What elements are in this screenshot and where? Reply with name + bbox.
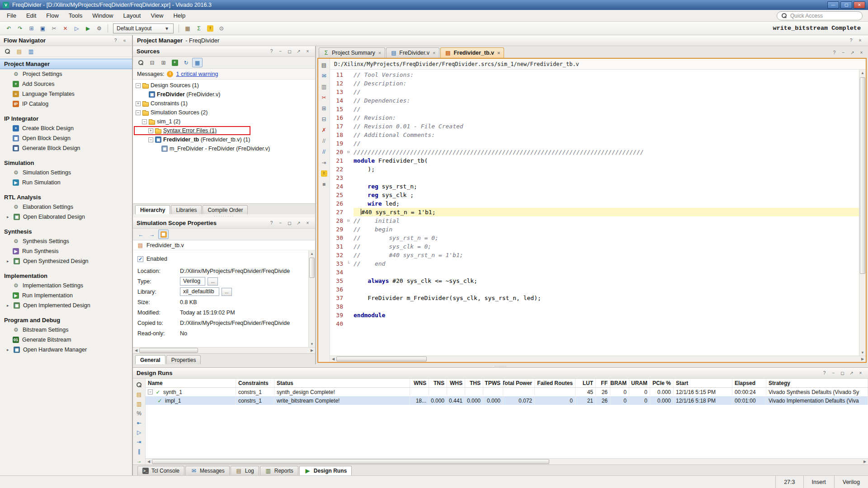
code-line-23[interactable]: 23	[330, 174, 859, 182]
close-tab-icon[interactable]: ×	[378, 50, 381, 56]
close-button[interactable]: ×	[304, 48, 311, 55]
browse-button[interactable]: ...	[222, 288, 232, 296]
bottom-tab-log[interactable]: ▤Log	[231, 466, 259, 475]
editor-tab-project-summary[interactable]: ΣProject Summary×	[319, 47, 385, 58]
copy-icon[interactable]: ⊞	[320, 104, 329, 112]
document-icon[interactable]: ▤	[320, 61, 329, 69]
column-ff[interactable]: FF	[596, 379, 610, 387]
editor-vertical-scrollbar[interactable]: ▲ ▼	[859, 70, 866, 356]
flow-item-open-synthesized-design[interactable]: ▸▣Open Synthesized Design	[0, 256, 132, 266]
code-line-16[interactable]: 16// Revision:	[330, 113, 859, 122]
column-elapsed[interactable]: Elapsed	[732, 379, 766, 387]
column-constraints[interactable]: Constraints	[236, 379, 274, 387]
flow-item-bitstream-settings[interactable]: ⚙Bitstream Settings	[0, 325, 132, 335]
delete-icon[interactable]: ✕	[60, 23, 71, 33]
max-button[interactable]: ↗	[848, 370, 855, 376]
code-line-17[interactable]: 17// Revision 0.01 - File Created	[330, 122, 859, 131]
pause-icon[interactable]: ∥	[134, 448, 144, 455]
property-input[interactable]: Verilog	[180, 277, 205, 286]
back-icon[interactable]: ←	[136, 230, 146, 239]
first-icon[interactable]: ⇤	[134, 419, 144, 426]
column-ths[interactable]: THS	[465, 379, 483, 387]
properties-vertical-scrollbar[interactable]: ▲ ▼	[308, 250, 315, 347]
column-pcie[interactable]: PCIe %	[650, 379, 674, 387]
code-line-38[interactable]: 38	[330, 302, 859, 311]
tree-item-design-sources-1[interactable]: −Design Sources (1)	[133, 81, 315, 90]
bottom-tab-design-runs[interactable]: ▶Design Runs	[299, 466, 352, 475]
scroll-left-icon[interactable]: ◀	[146, 459, 152, 465]
code-line-35[interactable]: 35 always #20 sys_clk <= ~sys_clk;	[330, 277, 859, 285]
code-line-11[interactable]: 11// Tool Versions:	[330, 70, 859, 79]
column-bram[interactable]: BRAM	[610, 379, 629, 387]
bottom-tab-messages[interactable]: ✉Messages	[185, 466, 230, 475]
flow-item-open-implemented-design[interactable]: ▸▣Open Implemented Design	[0, 300, 132, 310]
editor-horizontal-scrollbar[interactable]: ◀ ▶	[330, 356, 866, 362]
last-icon[interactable]: ⇥	[134, 439, 144, 446]
flow-item-generate-block-design[interactable]: ▦Generate Block Design	[0, 143, 132, 153]
property-input[interactable]: xil_defaultlib	[180, 287, 219, 296]
max-button[interactable]: ↗	[295, 220, 302, 226]
flow-item-open-hardware-manager[interactable]: ▸▦Open Hardware Manager	[0, 345, 132, 355]
dashboard-icon[interactable]: ▦	[182, 23, 193, 33]
run-icon[interactable]: ▶	[83, 23, 93, 33]
column-wns[interactable]: WNS	[410, 379, 429, 387]
help-button[interactable]: ?	[268, 220, 275, 226]
bottom-tab-reports[interactable]: ▥Reports	[260, 466, 298, 475]
redo-icon[interactable]: ↷	[15, 23, 25, 33]
flow-item-project-settings[interactable]: ⚙Project Settings	[0, 69, 132, 79]
scroll-right-icon[interactable]: ▶	[862, 459, 868, 465]
flow-item-create-block-design[interactable]: +Create Block Design	[0, 123, 132, 133]
flow-item-elaboration-settings[interactable]: ⚙Elaboration Settings	[0, 202, 132, 212]
comment-icon[interactable]: //	[320, 137, 329, 145]
code-line-12[interactable]: 12// Description:	[330, 79, 859, 88]
float-button[interactable]: ◻	[286, 220, 293, 226]
code-line-26[interactable]: 26 wire led;	[330, 199, 859, 208]
max-button[interactable]: ↗	[295, 48, 302, 55]
menu-help[interactable]: Help	[168, 11, 190, 20]
code-line-27[interactable]: 27 #40 sys_rst_n = 1'b1;	[330, 208, 859, 216]
scroll-left-icon[interactable]: ◀	[133, 347, 139, 353]
code-line-20[interactable]: 20⊟/////////////////////////////////////…	[330, 148, 859, 156]
run-all-icon[interactable]: →	[134, 458, 144, 465]
menu-flow[interactable]: Flow	[41, 11, 63, 20]
tree-item-constraints-1[interactable]: +Constraints (1)	[133, 99, 315, 108]
flow-header-simulation[interactable]: Simulation	[0, 158, 132, 168]
tree-item-syntax-error-files-1[interactable]: +Syntax Error Files (1)	[133, 126, 315, 135]
code-line-30[interactable]: 30// sys_rst_n = 0;	[330, 234, 859, 242]
details-icon[interactable]: ▥	[134, 400, 144, 407]
flow-header-rtl-analysis[interactable]: RTL Analysis	[0, 192, 132, 202]
max-button[interactable]: ↗	[849, 49, 856, 56]
search-icon[interactable]	[2, 47, 13, 56]
cut-icon[interactable]: ✂	[320, 94, 329, 101]
scroll-right-icon[interactable]: ▶	[859, 356, 866, 362]
code-line-25[interactable]: 25 reg sys_clk ;	[330, 191, 859, 199]
column-tpws[interactable]: TPWS	[483, 379, 503, 387]
code-line-19[interactable]: 19//	[330, 139, 859, 148]
float-button[interactable]: ◻	[286, 48, 293, 55]
min-button[interactable]: −	[277, 48, 284, 55]
code-line-31[interactable]: 31// sys_clk = 0;	[330, 242, 859, 251]
scope-icon[interactable]: ▦	[158, 230, 169, 239]
step-icon[interactable]: ▷	[71, 23, 82, 33]
flow-header-implementation[interactable]: Implementation	[0, 271, 132, 281]
menu-layout[interactable]: Layout	[118, 11, 146, 20]
scroll-up-icon[interactable]: ▲	[859, 70, 866, 76]
tab-compile-order[interactable]: Compile Order	[203, 205, 248, 214]
code-line-28[interactable]: 28⊟// initial	[330, 216, 859, 225]
editor-tab-fredivider-v[interactable]: ▤FreDivider.v×	[386, 47, 439, 58]
fold-marker-icon[interactable]: ⊟	[347, 216, 354, 225]
quick-access-search[interactable]: Quick Access	[777, 11, 863, 20]
scrollbar-thumb[interactable]	[152, 459, 549, 464]
forward-icon[interactable]: →	[147, 230, 157, 239]
flow-item-implementation-settings[interactable]: ⚙Implementation Settings	[0, 281, 132, 291]
column-failed-routes[interactable]: Failed Routes	[535, 379, 576, 387]
code-line-22[interactable]: 22 );	[330, 165, 859, 174]
refresh-icon[interactable]: ↻	[181, 58, 191, 67]
scroll-up-icon[interactable]: ▲	[309, 250, 315, 257]
scrollbar-thumb[interactable]	[309, 258, 315, 278]
gears-icon[interactable]: ⚙	[94, 23, 104, 33]
run-row-impl-1[interactable]: ✓impl_1constrs_1write_bitstream Complete…	[146, 396, 868, 405]
tree-expander-icon[interactable]: −	[148, 137, 153, 142]
tree-item-sim-1-2[interactable]: −sim_1 (2)	[133, 117, 315, 126]
flow-item-run-simulation[interactable]: ▶Run Simulation	[0, 178, 132, 188]
